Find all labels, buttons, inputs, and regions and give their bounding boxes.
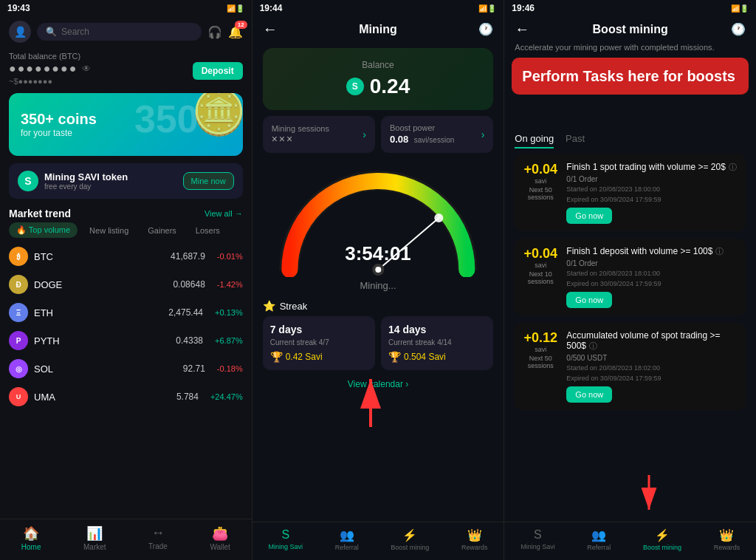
coin-price-doge: 0.08648 xyxy=(173,279,205,290)
nav-boost-label-2: Boost mining xyxy=(391,544,429,551)
nav-home[interactable]: 🏠 Home xyxy=(21,525,41,551)
list-item[interactable]: Ð DOGE 0.08648 -1.42% xyxy=(0,270,252,298)
tab-top-volume[interactable]: 🔥 Top volume xyxy=(9,222,78,238)
tab-gainers[interactable]: Gainers xyxy=(140,222,184,238)
coin-name-eth: ETH xyxy=(34,307,162,318)
streak-card-14[interactable]: 14 days Current streak 4/14 🏆 0.504 Savi xyxy=(381,316,493,370)
boost-task-3: +0.12 savi Next 50sessions Accumulated v… xyxy=(515,323,746,410)
gauge-time: 3:54:01 xyxy=(345,242,411,265)
tooltip-text: Perform Tasks here for boosts xyxy=(522,66,738,86)
nav-rewards-2[interactable]: 👑 Rewards xyxy=(461,528,488,551)
streak-label: Streak xyxy=(280,301,308,312)
time-3: 19:46 xyxy=(512,3,535,13)
nav-rewards-label-3: Rewards xyxy=(714,544,740,551)
nav-trade-label: Trade xyxy=(148,542,168,550)
boost-subtitle: Accelerate your mining power with comple… xyxy=(504,42,756,59)
search-placeholder: Search xyxy=(61,27,89,37)
header-icons: 🎧 🔔 12 xyxy=(207,25,243,39)
back-button-2[interactable]: ← xyxy=(263,21,278,38)
coin-price-uma: 5.784 xyxy=(176,392,199,402)
task-reward-2: +0.04 savi Next 10sessions xyxy=(522,246,559,285)
clock-icon-3[interactable]: 🕐 xyxy=(731,22,746,36)
nav-boost-2[interactable]: ⚡ Boost mining xyxy=(391,528,429,551)
nav-wallet-label: Wallet xyxy=(210,543,230,551)
time-2: 19:44 xyxy=(260,3,283,13)
boost-power-card[interactable]: Boost power 0.08 savi/session › xyxy=(381,116,493,153)
savi-icon: S xyxy=(346,78,364,95)
view-calendar-link[interactable]: View calendar › xyxy=(252,376,504,392)
rewards-icon-3: 👑 xyxy=(719,528,734,542)
coin-name-sol: SOL xyxy=(34,363,177,375)
tab-losers[interactable]: Losers xyxy=(188,222,227,238)
notification-btn[interactable]: 🔔 12 xyxy=(228,25,243,39)
nav-boost-3[interactable]: ⚡ Boost mining xyxy=(643,528,681,551)
coin-change-uma: +24.47% xyxy=(210,392,243,401)
coin-price-btc: 41,687.9 xyxy=(171,251,205,262)
panel-mining: 19:44 📶🔋 ← Mining 🕐 Balance S 0.24 Minin… xyxy=(252,0,505,560)
tab-ongoing[interactable]: On going xyxy=(515,133,554,148)
list-item[interactable]: ₿ BTC 41,687.9 -0.01% xyxy=(0,242,252,270)
svg-point-3 xyxy=(375,267,381,273)
coin-change-pyth: +6.87% xyxy=(215,336,243,345)
uma-icon: U xyxy=(9,387,28,406)
nav-referral-label-3: Referral xyxy=(587,544,611,551)
nav-market[interactable]: 📊 Market xyxy=(83,525,106,551)
referral-icon-2: 👥 xyxy=(340,528,354,542)
list-item[interactable]: U UMA 5.784 +24.47% xyxy=(0,383,252,411)
go-now-btn-1[interactable]: Go now xyxy=(566,208,612,224)
reward-currency-3: savi xyxy=(522,346,559,353)
list-item[interactable]: P PYTH 0.4338 +6.87% xyxy=(0,327,252,355)
nav-referral-2[interactable]: 👥 Referral xyxy=(335,528,359,551)
mining-subtitle: free every day xyxy=(44,182,128,191)
nav-rewards-label-2: Rewards xyxy=(461,544,488,551)
search-bar[interactable]: 🔍 Search xyxy=(37,23,202,41)
list-item[interactable]: Ξ ETH 2,475.44 +0.13% xyxy=(0,298,252,327)
reward-currency-2: savi xyxy=(522,262,559,269)
sol-icon: ◎ xyxy=(9,359,28,378)
reward-currency-1: savi xyxy=(522,177,559,185)
go-now-btn-2[interactable]: Go now xyxy=(566,292,612,308)
nav-rewards-3[interactable]: 👑 Rewards xyxy=(714,528,740,551)
boost-page-title: Boost mining xyxy=(593,23,668,36)
nav-mining-savi[interactable]: S Mining Savi xyxy=(268,528,303,551)
nav-trade[interactable]: ↔ Trade xyxy=(148,525,168,551)
nav-referral-label-2: Referral xyxy=(335,544,359,551)
coin-name-pyth: PYTH xyxy=(34,335,170,346)
btc-icon: ₿ xyxy=(9,247,28,266)
promo-banner[interactable]: 350+ coins for your taste 350 🪙 xyxy=(9,93,243,156)
bottom-nav-2: S Mining Savi 👥 Referral ⚡ Boost mining … xyxy=(252,522,504,560)
streak-card-7[interactable]: 7 days Current streak 4/7 🏆 0.42 Savi xyxy=(263,316,375,370)
deposit-button[interactable]: Deposit xyxy=(193,62,243,80)
boost-icon-2: ⚡ xyxy=(402,528,417,542)
reward-sessions-2: Next 10sessions xyxy=(522,270,559,285)
pyth-icon: P xyxy=(9,331,28,350)
task-dates-3: Started on 20/08/2023 18:02:00Expired on… xyxy=(566,363,738,383)
back-button-3[interactable]: ← xyxy=(515,21,529,38)
mining-savi-icon: S xyxy=(281,528,289,542)
avatar[interactable]: 👤 xyxy=(9,21,31,43)
headphone-icon[interactable]: 🎧 xyxy=(207,25,222,39)
notif-count: 12 xyxy=(235,21,247,29)
clock-icon-2[interactable]: 🕐 xyxy=(478,22,493,36)
task-dates-2: Started on 20/08/2023 18:01:00Expired on… xyxy=(566,269,738,289)
boost-tabs: On going Past xyxy=(504,133,756,154)
streak-7-current: Current streak 4/7 xyxy=(270,338,368,346)
tab-new-listing[interactable]: New listing xyxy=(82,222,136,238)
view-all-link[interactable]: View all → xyxy=(205,209,243,218)
nav-referral-3[interactable]: 👥 Referral xyxy=(587,528,611,551)
boost-task-1: +0.04 savi Next 50sessions Finish 1 spot… xyxy=(515,154,746,231)
list-item[interactable]: ◎ SOL 92.71 -0.18% xyxy=(0,355,252,383)
go-now-btn-3[interactable]: Go now xyxy=(566,386,612,403)
tooltip-box: Perform Tasks here for boosts xyxy=(512,58,749,95)
eye-icon[interactable]: 👁 xyxy=(82,64,91,74)
streak-7-amount: 0.42 Savi xyxy=(286,352,323,362)
trophy-icon-7: 🏆 xyxy=(270,351,283,363)
mine-now-button[interactable]: Mine now xyxy=(183,172,234,190)
bottom-nav-3: S Mining Savi 👥 Referral ⚡ Boost mining … xyxy=(504,522,756,560)
task-info-2: Finish 1 deposit with volume >= 100$ⓘ 0/… xyxy=(566,246,738,308)
nav-wallet[interactable]: 👛 Wallet xyxy=(210,525,230,551)
mining-balance-amount: S 0.24 xyxy=(275,75,482,98)
mining-sessions-card[interactable]: Mining sessions ××× › xyxy=(263,116,375,153)
nav-mining-savi-3[interactable]: S Mining Savi xyxy=(520,528,555,551)
tab-past[interactable]: Past xyxy=(566,133,585,148)
